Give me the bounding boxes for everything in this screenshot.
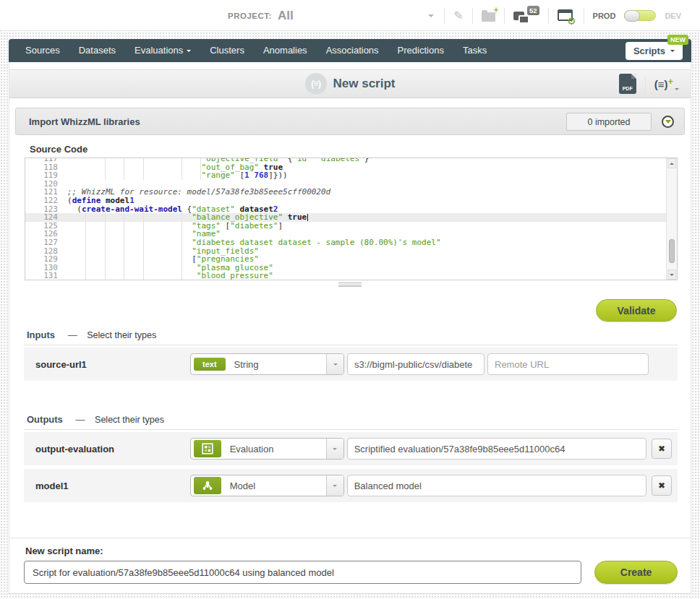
topbar-actions: ✎ + 52 ⚙ PROD DEV: [428, 0, 681, 31]
type-label: Model: [230, 481, 255, 491]
tasks-front-shape: [518, 15, 529, 24]
source-code-label: Source Code: [30, 144, 691, 155]
scroll-down-icon[interactable]: [667, 270, 676, 280]
select-caret-button[interactable]: [326, 354, 343, 374]
output-value-field[interactable]: [347, 475, 646, 496]
output-name-label: output-evaluation: [35, 444, 190, 454]
code-line-127: 127 "diabetes dataset dataset - sample (…: [25, 238, 666, 247]
nav-item-tasks[interactable]: Tasks: [453, 39, 496, 62]
divider: [444, 8, 445, 24]
remove-output-button[interactable]: ✖: [652, 475, 672, 496]
project-value[interactable]: All: [278, 9, 294, 23]
prod-label: PROD: [593, 12, 616, 20]
input-type-select[interactable]: text String: [190, 353, 344, 375]
topbar: PROJECT: All ✎ + 52 ⚙ PROD DEV: [0, 0, 700, 31]
tasks-queue-icon[interactable]: 52: [513, 6, 539, 26]
type-label: Evaluation: [230, 444, 274, 454]
script-name-input[interactable]: [24, 561, 581, 584]
code-lines[interactable]: 117 "objective_field" {"id" "diabetes"}1…: [25, 158, 666, 280]
toggle-knob[interactable]: [624, 10, 640, 22]
inputs-section: Inputs — Select their types source-url1 …: [24, 329, 678, 381]
validate-row: Validate: [9, 299, 691, 322]
select-caret-button[interactable]: [326, 439, 343, 459]
inputs-header: Inputs — Select their types: [24, 329, 678, 345]
script-icon: (≡): [305, 73, 327, 95]
page-title: New script: [333, 77, 396, 91]
import-libraries-title: Import WhizzML libraries: [29, 116, 140, 127]
inputs-title: Inputs: [27, 329, 55, 340]
nav-item-evaluations[interactable]: Evaluations: [125, 39, 200, 62]
main-nav: SourcesDatasetsEvaluationsClustersAnomal…: [9, 39, 691, 62]
import-libraries-panel[interactable]: Import WhizzML libraries 0 imported: [15, 108, 685, 135]
expand-libraries-icon[interactable]: [662, 116, 674, 128]
type-label: String: [234, 359, 259, 370]
divider: [472, 8, 473, 24]
project-dropdown-caret-icon[interactable]: [428, 14, 434, 17]
output-type-select[interactable]: Evaluation: [190, 438, 344, 460]
nav-item-datasets[interactable]: Datasets: [69, 39, 125, 62]
outputs-subtitle: Select their types: [95, 415, 164, 425]
nav-item-associations[interactable]: Associations: [317, 39, 388, 62]
code-editor[interactable]: 117 "objective_field" {"id" "diabetes"}1…: [25, 158, 678, 280]
nav-item-predictions[interactable]: Predictions: [388, 39, 453, 62]
nav-item-anomalies[interactable]: Anomalies: [254, 39, 317, 62]
remote-url-field[interactable]: [487, 353, 649, 375]
nav-item-sources[interactable]: Sources: [16, 39, 69, 62]
new-script-menu-icon[interactable]: (≡)+: [654, 78, 679, 90]
dev-label: DEV: [665, 12, 681, 20]
validate-button[interactable]: Validate: [596, 299, 677, 322]
gear-icon: ⚙: [567, 16, 576, 26]
input-value-field[interactable]: [347, 353, 485, 375]
title-bar: (≡) New script PDF (≡)+: [9, 69, 691, 98]
divider: [548, 8, 549, 24]
caret-down-icon: [665, 120, 671, 124]
code-line-129: 129 ["pregnancies": [25, 255, 666, 264]
task-count-badge: 52: [527, 6, 539, 15]
divider: [584, 8, 584, 24]
model-icon: [194, 477, 221, 494]
plus-icon: +: [494, 5, 499, 15]
plus-icon: +: [667, 78, 673, 85]
nav-items: SourcesDatasetsEvaluationsClustersAnomal…: [16, 39, 626, 62]
nav-item-clusters[interactable]: Clusters: [200, 39, 254, 62]
code-line-119: 119 "range" [1 768]})): [25, 171, 666, 180]
dashboard-settings-icon[interactable]: ⚙: [558, 9, 575, 23]
scroll-up-icon[interactable]: [667, 158, 676, 168]
footer: New script name: Create: [9, 538, 691, 584]
dash: —: [68, 329, 77, 340]
script-name-label: New script name:: [24, 546, 678, 556]
output-name-label: model1: [35, 481, 190, 491]
project-label: PROJECT:: [228, 12, 272, 20]
edit-project-icon[interactable]: ✎: [453, 9, 463, 22]
scripts-button-label: Scripts: [633, 46, 665, 56]
output-value-field[interactable]: [347, 438, 646, 460]
new-project-folder-icon[interactable]: +: [482, 12, 495, 22]
outputs-header: Outputs — Select their types: [24, 414, 678, 430]
input-name-label: source-url1: [35, 359, 190, 370]
outputs-section: Outputs — Select their types output-eval…: [24, 414, 678, 502]
code-line-124: 124 "balance_objective" true: [25, 213, 666, 222]
input-row-source-url1: source-url1 text String: [24, 348, 678, 381]
remove-output-button[interactable]: ✖: [652, 439, 672, 459]
evaluation-icon: [194, 440, 221, 457]
code-line-131: 131 "blood pressure": [25, 272, 666, 280]
editor-scrollbar[interactable]: [666, 158, 677, 280]
scripts-wrap: Scripts NEW: [626, 42, 683, 60]
output-row-model1: model1 Model ✖: [24, 469, 678, 502]
chevron-down-icon: [187, 50, 191, 52]
new-badge: NEW: [667, 35, 688, 45]
select-caret-button[interactable]: [326, 475, 343, 496]
output-type-select[interactable]: Model: [190, 475, 344, 496]
divider: [645, 76, 646, 92]
create-button[interactable]: Create: [594, 561, 678, 584]
title-actions: PDF (≡)+: [619, 70, 679, 98]
divider: [504, 8, 505, 24]
inputs-subtitle: Select their types: [87, 330, 156, 340]
scrollbar-thumb[interactable]: [669, 239, 675, 263]
chevron-down-icon: [675, 88, 679, 90]
pdf-export-icon[interactable]: PDF: [619, 74, 636, 94]
project-selector[interactable]: PROJECT: All: [228, 0, 294, 31]
editor-resize-grip[interactable]: [338, 283, 362, 287]
prod-dev-toggle[interactable]: [624, 10, 656, 21]
output-row-evaluation: output-evaluation Evaluation ✖: [24, 432, 678, 465]
